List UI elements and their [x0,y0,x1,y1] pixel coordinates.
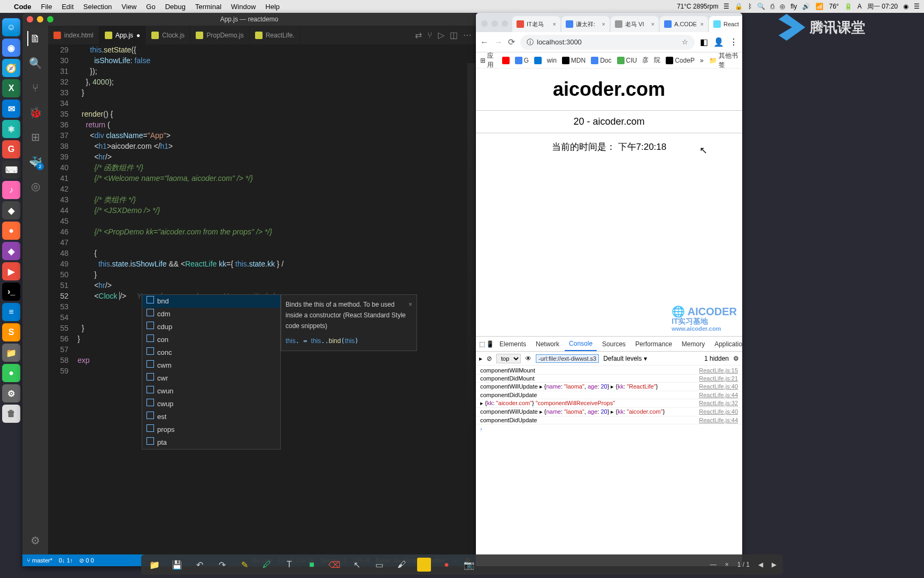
back-button[interactable]: ← [480,37,489,47]
tab-clock-js[interactable]: Clock.js [146,26,190,44]
minimize-button[interactable] [37,16,43,22]
tool-cursor[interactable]: 📁 [148,558,161,572]
settings-icon[interactable]: ⚙ [733,355,739,362]
app-icon[interactable]: ● [2,364,20,382]
apps-icon[interactable]: ⊞ 应用 [480,51,497,70]
tool-pointer[interactable]: ↖ [350,558,364,572]
context-selector[interactable]: top [496,354,521,363]
extensions-icon[interactable]: ⊞ [28,130,43,144]
menu-selection[interactable]: Selection [83,3,112,11]
extension-icon[interactable]: ◧ [700,37,708,47]
tool-camera[interactable]: 📷 [462,558,476,572]
next-icon[interactable]: ▶ [772,561,776,568]
dt-tab-memory[interactable]: Memory [677,338,709,351]
close-tab-icon[interactable]: × [553,21,556,27]
dt-tab-application[interactable]: Application [710,338,742,351]
log-object[interactable]: componentWillUpdate ▸ {name: "laoma", ag… [480,383,699,390]
hidden-count[interactable]: 1 hidden [704,355,729,362]
tool-text[interactable]: T [282,558,296,572]
prev-icon[interactable]: ◀ [758,561,763,568]
ac-item[interactable]: cwup [142,398,280,410]
tool-shape[interactable]: ■ [305,558,319,572]
tab-propdemo-js[interactable]: PropDemo.js [190,26,249,44]
bookmark[interactable]: G [515,57,529,64]
app-icon[interactable]: 📁 [2,344,20,362]
close-tab-icon[interactable]: × [700,21,704,27]
menu-file[interactable]: File [41,3,52,11]
ac-item[interactable]: cdm [142,308,280,321]
ac-item[interactable]: bnd [142,295,280,308]
log-levels[interactable]: Default levels ▾ [603,355,646,362]
fly-icon[interactable]: fly [790,3,797,10]
git-icon[interactable]: ⑂ [427,31,433,40]
menu-help[interactable]: Help [265,3,280,11]
bluetooth-icon[interactable]: ᛒ [748,3,752,10]
maximize-button[interactable] [502,20,508,27]
code-editor[interactable]: 2930313233343536373839404142434445464748… [48,44,476,554]
bookmark[interactable]: Doc [591,57,611,64]
tool-color[interactable] [417,558,431,572]
ac-item[interactable]: est [142,410,280,423]
scm-icon[interactable]: ⑂ [28,80,43,95]
eye-icon[interactable]: 👁 [525,355,532,362]
ac-item[interactable]: pta [142,436,280,449]
ac-item[interactable]: cwun [142,385,280,398]
tool-eraser[interactable]: ⌫ [327,558,341,572]
volume-icon[interactable]: 🔊 [802,3,810,10]
menulet-icon[interactable]: ◎ [780,3,785,10]
sidebar-toggle-icon[interactable]: ▸ [479,355,482,362]
app-icon[interactable]: ⚛ [2,120,20,138]
tool-record[interactable]: ● [440,558,453,572]
search-icon[interactable]: 🔍 [28,56,43,71]
avatar-icon[interactable]: 👤 [713,37,724,47]
log-object[interactable]: componentWillUpdate ▸ {name: "laoma", ag… [480,408,699,415]
sublime-icon[interactable]: S [2,323,20,341]
bookmark[interactable] [502,57,510,64]
tool-board[interactable]: ▭ [372,558,386,572]
minimize-button[interactable] [491,20,498,27]
maximize-button[interactable] [47,16,53,22]
safari-icon[interactable]: 🧭 [2,59,20,77]
browser-tab[interactable]: IT老马× [512,16,560,32]
browser-tab[interactable]: 谦太祥:× [561,16,610,32]
compare-icon[interactable]: ⇄ [415,30,422,40]
site-info-icon[interactable]: ⓘ [527,37,534,47]
tool-redo[interactable]: ↷ [215,558,229,572]
tool-highlighter[interactable]: 🖊 [260,558,274,572]
log-object[interactable]: ▸ {kk: "aicoder.com"} "componentWillRece… [480,400,699,407]
extension-icon[interactable]: ◎ [28,179,43,194]
clock[interactable]: 周一 07:20 [867,2,898,11]
wifi-icon[interactable]: 📶 [815,3,823,10]
device-icon[interactable]: 📱 [486,340,494,348]
tab-app-js[interactable]: App.js ● [99,26,147,44]
clear-console-icon[interactable]: ⊘ [487,355,492,362]
app-icon[interactable]: ⚙ [2,384,20,402]
input-icon[interactable]: A [858,3,862,10]
app-icon[interactable]: ▶ [2,262,20,280]
chrome-icon[interactable]: ◉ [2,39,20,57]
console-prompt[interactable]: › [476,424,742,433]
notifications-icon[interactable]: ☰ [914,3,920,10]
close-icon[interactable]: × [409,299,412,310]
other-bookmarks[interactable]: 📁 其他书签 [709,51,738,70]
run-icon[interactable]: ▷ [438,30,444,40]
autocomplete-popup[interactable]: bnd cdm cdup con conc cwm cwr cwun cwup … [142,294,281,450]
app-icon[interactable]: ⌨ [2,161,20,179]
inspect-icon[interactable]: ⬚ [479,340,485,348]
close-button[interactable] [481,20,488,27]
terminal-icon[interactable]: ›_ [2,283,20,301]
vscode-titlebar[interactable]: App.js — reactdemo [22,13,476,26]
dt-tab-console[interactable]: Console [565,337,597,351]
menu-go[interactable]: Go [146,3,155,11]
dt-tab-elements[interactable]: Elements [495,338,530,351]
tool-save[interactable]: 💾 [170,558,184,572]
git-sync[interactable]: 0↓ 1↑ [59,557,73,564]
trash-icon[interactable]: 🗑 [2,405,20,423]
bookmark-overflow[interactable]: » [700,57,704,64]
finder-icon[interactable]: ☺ [2,18,20,36]
tool-pen[interactable]: ✎ [237,558,251,572]
bookmark[interactable]: win [547,57,557,64]
split-icon[interactable]: ◫ [450,30,458,40]
browser-tab-active[interactable]: React× [709,16,742,32]
minimap[interactable] [467,63,475,438]
